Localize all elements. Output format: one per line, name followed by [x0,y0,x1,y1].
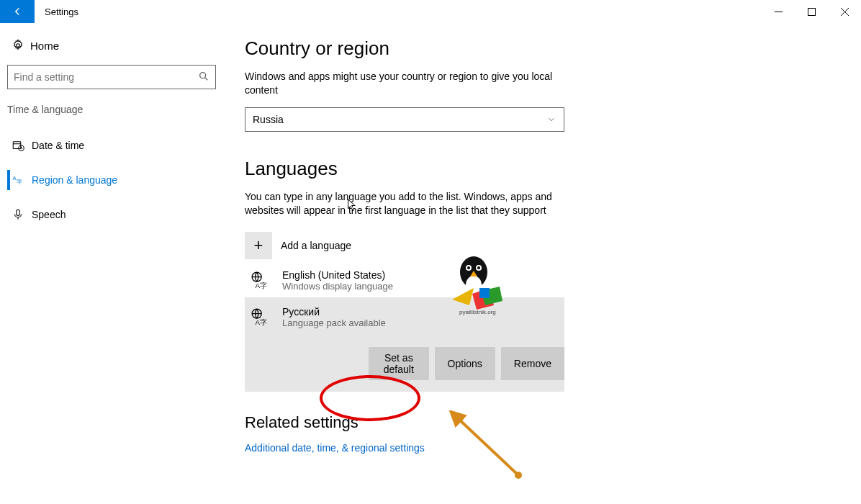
svg-rect-12 [17,210,20,215]
arrow-left-icon [11,5,24,18]
window-controls [762,0,861,23]
sidebar-item-date-time[interactable]: Date & time [7,131,216,160]
maximize-button[interactable] [795,0,828,23]
sidebar-item-label: Region & language [32,174,117,186]
close-icon [841,8,849,16]
search-input-wrapper[interactable] [7,65,216,89]
search-icon [198,71,209,84]
language-sub: Language pack available [282,318,564,328]
language-item-english[interactable]: A字 English (United States) Windows displ… [245,264,564,297]
maximize-icon [808,8,816,16]
minimize-button[interactable] [762,0,795,23]
svg-point-5 [200,72,206,78]
language-name: Русский [282,306,564,318]
country-heading: Country or region [245,37,839,60]
titlebar: Settings [0,0,861,23]
language-icon: A字 [12,174,32,186]
plus-icon: + [245,232,272,259]
svg-text:A: A [13,175,17,181]
country-select[interactable]: Russia [245,107,564,132]
chevron-down-icon [546,114,556,125]
sidebar-home[interactable]: Home [7,33,216,58]
svg-line-6 [205,77,208,80]
languages-heading: Languages [245,158,839,180]
add-language-label: Add a language [281,240,351,251]
gear-icon [12,39,30,52]
sidebar-item-label: Date & time [32,140,84,151]
close-button[interactable] [828,0,861,23]
svg-rect-7 [13,142,21,149]
add-language-button[interactable]: + Add a language [245,228,564,264]
svg-text:A字: A字 [256,318,268,325]
minimize-icon [775,8,783,16]
sidebar-category: Time & language [7,99,216,131]
options-button[interactable]: Options [435,347,495,380]
language-item-russian[interactable]: A字 Русский Language pack available Set a… [245,297,564,392]
remove-button[interactable]: Remove [501,347,564,380]
sidebar: Home Time & language Date & time A字 Regi… [0,23,223,504]
svg-text:A字: A字 [256,281,268,289]
calendar-clock-icon [12,139,32,152]
microphone-icon [12,208,32,221]
svg-text:字: 字 [17,179,22,185]
related-link[interactable]: Additional date, time, & regional settin… [245,442,425,454]
main-content: Country or region Windows and apps might… [223,23,861,504]
svg-rect-1 [808,8,815,15]
set-default-button[interactable]: Set as default [369,347,429,380]
sidebar-item-label: Speech [32,209,66,220]
sidebar-home-label: Home [30,40,59,52]
related-heading: Related settings [245,413,839,432]
sidebar-item-region-language[interactable]: A字 Region & language [7,166,216,194]
search-input[interactable] [14,71,198,83]
country-selected: Russia [253,114,284,125]
svg-point-4 [17,44,20,48]
languages-desc: You can type in any language you add to … [245,190,562,217]
back-button[interactable] [0,0,35,23]
language-globe-icon: A字 [249,269,271,289]
language-globe-icon: A字 [249,306,271,326]
window-title: Settings [45,6,78,17]
language-name: English (United States) [282,269,393,281]
sidebar-item-speech[interactable]: Speech [7,200,216,229]
language-sub: Windows display language [282,281,393,292]
country-desc: Windows and apps might use your country … [245,70,562,97]
